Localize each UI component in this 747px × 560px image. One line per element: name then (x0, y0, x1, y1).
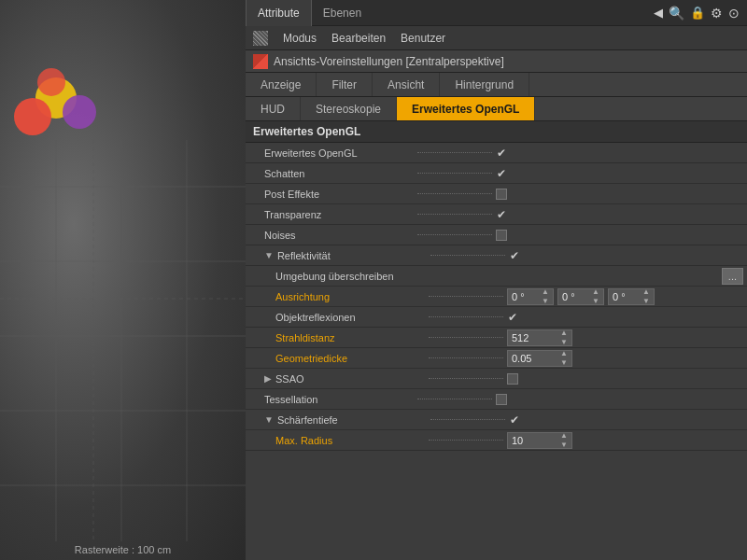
expand-arrow-reflektivitaet[interactable]: ▼ (264, 250, 274, 260)
menu-benutzer[interactable]: Benutzer (401, 32, 445, 45)
prop-dots (417, 173, 492, 174)
menu-modus[interactable]: Modus (283, 32, 317, 45)
prop-label-geometriedicke: Geometriedicke (275, 353, 425, 364)
prop-dots (417, 399, 492, 399)
prop-label-tessellation: Tessellation (264, 394, 414, 405)
prop-dots (429, 316, 503, 317)
prop-dots (430, 419, 505, 420)
geometriedicke-stepper[interactable]: ▲▼ (560, 349, 568, 367)
rotation-x-stepper[interactable]: ▲▼ (542, 287, 549, 305)
prop-dots (417, 234, 492, 235)
checkbox-schaerfentiefe[interactable]: ✔ (509, 414, 520, 426)
prop-label-ausrichtung: Ausrichtung (275, 291, 425, 302)
prop-label-max-radius: Max. Radius (275, 435, 425, 446)
checkbox-noises[interactable] (496, 230, 507, 241)
ellipsis-button[interactable]: ... (722, 268, 743, 285)
rotation-y-stepper[interactable]: ▲▼ (592, 287, 599, 305)
prop-dots (417, 152, 492, 153)
rotation-inputs: 0 ° ▲▼ 0 ° ▲▼ 0 ° ▲▼ (507, 288, 655, 305)
panel-menu: Modus Bearbeiten Benutzer (246, 26, 747, 50)
max-radius-input[interactable]: 10 ▲▼ (507, 432, 572, 449)
prop-label-ssao: SSAO (275, 373, 425, 385)
panel-tab-bar: Attribute Ebenen ◀ 🔍 🔒 ⚙ ⊙ (246, 0, 747, 26)
rotation-z-stepper[interactable]: ▲▼ (642, 287, 650, 305)
expand-arrow-schaerfentiefe[interactable]: ▼ (264, 414, 274, 425)
view-title: Ansichts-Voreinstellungen [Zentralperspe… (274, 55, 504, 68)
rotation-y-input[interactable]: 0 ° ▲▼ (557, 288, 604, 305)
viewport: Rasterweite : 100 cm (0, 0, 246, 560)
prop-label-umgebung: Umgebung überschreiben (275, 271, 425, 282)
checkbox-transparenz[interactable]: ✔ (496, 209, 507, 220)
geometriedicke-input[interactable]: 0.05 ▲▼ (507, 350, 572, 367)
svg-point-10 (35, 77, 77, 119)
settings-icon[interactable]: ⚙ (711, 6, 723, 21)
properties-content: Erweitertes OpenGL Erweitertes OpenGL ✔ … (246, 121, 747, 560)
prop-label-schatten: Schatten (264, 168, 414, 179)
arrow-back-icon[interactable]: ◀ (654, 6, 663, 20)
prop-dots (430, 255, 505, 256)
menu-hatch-icon (253, 31, 268, 46)
tab-filter[interactable]: Filter (317, 73, 373, 96)
prop-label-reflektivitaet: Reflektivität (277, 250, 427, 261)
prop-erweitertes-opengl: Erweitertes OpenGL ✔ (246, 143, 747, 163)
checkbox-reflektivitaet[interactable]: ✔ (509, 250, 520, 261)
checkbox-ssao[interactable] (507, 373, 518, 385)
prop-label-objektreflexionen: Objektreflexionen (275, 312, 425, 323)
prop-dots (429, 296, 503, 297)
strahldistanz-input[interactable]: 512 ▲▼ (507, 329, 572, 346)
prop-dots (429, 440, 503, 441)
prop-dots (417, 193, 492, 194)
checkbox-post-effekte[interactable] (496, 189, 507, 200)
checkbox-objektreflexionen[interactable]: ✔ (507, 312, 518, 323)
tab-stereoskopie[interactable]: Stereoskopie (301, 97, 397, 120)
checkbox-tessellation[interactable] (496, 394, 507, 405)
prop-schatten: Schatten ✔ (246, 163, 747, 184)
tab-hintergrund[interactable]: Hintergrund (440, 73, 529, 96)
menu-bearbeiten[interactable]: Bearbeiten (331, 32, 386, 45)
prop-dots (429, 357, 503, 358)
prop-dots (429, 378, 503, 379)
prop-label-schaerfentiefe: Schärfentiefe (277, 414, 427, 426)
svg-point-12 (63, 95, 96, 129)
checkbox-schatten[interactable]: ✔ (496, 168, 507, 179)
viewport-status: Rasterweite : 100 cm (75, 544, 171, 555)
prop-geometriedicke: Geometriedicke 0.05 ▲▼ (246, 348, 747, 369)
view-title-row: Ansichts-Voreinstellungen [Zentralperspe… (246, 50, 747, 73)
property-tab-row: Anzeige Filter Ansicht Hintergrund (246, 73, 747, 97)
checkbox-erweitertes-opengl[interactable]: ✔ (496, 147, 507, 159)
prop-label-erweitertes-opengl: Erweitertes OpenGL (264, 147, 414, 159)
more-icon[interactable]: ⊙ (728, 6, 740, 21)
prop-umgebung: Umgebung überschreiben ... (246, 266, 747, 287)
prop-ausrichtung: Ausrichtung 0 ° ▲▼ 0 ° ▲▼ 0 ° ▲▼ (246, 287, 747, 307)
prop-label-transparenz: Transparenz (264, 209, 414, 220)
prop-max-radius: Max. Radius 10 ▲▼ (246, 430, 747, 451)
prop-dots (429, 337, 503, 338)
rotation-z-input[interactable]: 0 ° ▲▼ (608, 288, 655, 305)
prop-strahldistanz: Strahldistanz 512 ▲▼ (246, 328, 747, 348)
prop-schaerfentiefe: ▼ Schärfentiefe ✔ (246, 410, 747, 430)
prop-reflektivitaet: ▼ Reflektivität ✔ (246, 245, 747, 266)
prop-noises: Noises (246, 225, 747, 245)
strahldistanz-stepper[interactable]: ▲▼ (560, 329, 568, 346)
svg-point-11 (14, 98, 51, 135)
tab-ansicht[interactable]: Ansicht (373, 73, 440, 96)
expand-arrow-ssao[interactable]: ▶ (264, 373, 272, 384)
prop-label-strahldistanz: Strahldistanz (275, 332, 425, 343)
max-radius-stepper[interactable]: ▲▼ (560, 431, 568, 449)
tab-hud[interactable]: HUD (246, 97, 301, 120)
rotation-x-input[interactable]: 0 ° ▲▼ (507, 288, 554, 305)
lock-icon[interactable]: 🔒 (690, 6, 705, 20)
tab-erweitertes-opengl[interactable]: Erweitertes OpenGL (397, 97, 535, 120)
property-tab-row-2: HUD Stereoskopie Erweitertes OpenGL (246, 97, 747, 121)
prop-tessellation: Tessellation (246, 389, 747, 410)
tab-attribute[interactable]: Attribute (246, 0, 312, 26)
prop-label-noises: Noises (264, 230, 414, 241)
prop-ssao: ▶ SSAO (246, 369, 747, 389)
tab-anzeige[interactable]: Anzeige (246, 73, 317, 96)
viewport-background (0, 0, 246, 560)
tab-ebenen[interactable]: Ebenen (312, 0, 373, 26)
prop-dots (417, 214, 492, 215)
section-header-opengl: Erweitertes OpenGL (246, 121, 747, 143)
properties-panel: Attribute Ebenen ◀ 🔍 🔒 ⚙ ⊙ Modus Bearbei… (246, 0, 747, 560)
search-icon[interactable]: 🔍 (669, 6, 684, 21)
